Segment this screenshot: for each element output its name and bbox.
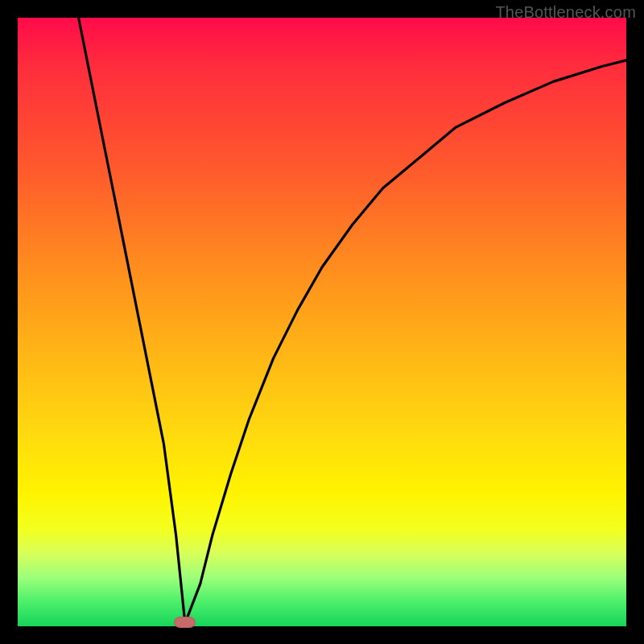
chart-frame: TheBottleneck.com	[0, 0, 644, 644]
optimal-point-marker	[174, 617, 196, 628]
watermark-text: TheBottleneck.com	[495, 3, 636, 22]
bottleneck-curve	[18, 18, 626, 626]
curve-path	[79, 18, 626, 623]
plot-area	[18, 18, 626, 626]
